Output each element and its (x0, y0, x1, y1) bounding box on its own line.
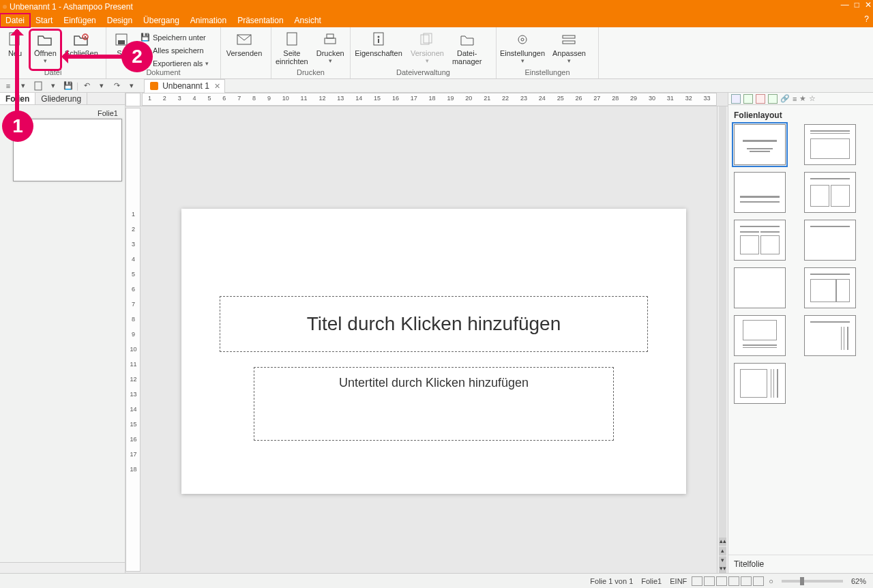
slide-canvas[interactable]: Titel durch Klicken hinzufügen Untertite… (181, 209, 686, 494)
layout-tab-icon[interactable] (731, 94, 741, 104)
maximize-icon[interactable]: □ (855, 0, 859, 10)
layout-content-caption[interactable] (804, 267, 856, 308)
gear-icon (515, 32, 530, 47)
qat-dropdown-icon[interactable]: ▾ (16, 80, 30, 92)
qat-menu-icon[interactable]: ≡ (1, 80, 15, 92)
ribbon-group-file-label: Datei (0, 68, 106, 78)
open-button[interactable]: Öffnen ▾ (30, 30, 61, 70)
quick-access-toolbar: ≡ ▾ ▾ 💾 | ↶ ▾ ↷ ▾ Unbenannt 1 ✕ (0, 79, 873, 93)
save-all-icon: 💾 (140, 46, 150, 55)
qat-redo-drop[interactable]: ▾ (125, 80, 138, 92)
save-all-button[interactable]: 💾Alles speichern (140, 44, 209, 56)
qat-redo-icon[interactable]: ↷ (110, 80, 123, 92)
layout-picture-caption[interactable] (734, 315, 786, 356)
qat-new-icon[interactable] (31, 80, 45, 92)
svg-rect-5 (287, 33, 297, 45)
current-layout-label: Titelfolie (728, 555, 873, 573)
color-tab-icon[interactable] (768, 94, 778, 104)
next-slide-icon[interactable]: ▾▾ (719, 565, 726, 573)
subtitle-placeholder[interactable]: Untertitel durch Klicken hinzufügen (254, 367, 614, 441)
close-doc-button[interactable]: Schließen (61, 30, 102, 70)
customize-button[interactable]: Anpassen ▾ (548, 30, 590, 70)
versions-button[interactable]: Versionen ▾ (406, 30, 448, 70)
settings-button[interactable]: Einstellungen ▾ (497, 30, 548, 70)
tab-folien[interactable]: Folien (0, 93, 35, 104)
ruler-corner[interactable] (125, 93, 140, 106)
menu-start[interactable]: Start (30, 14, 58, 27)
print-button[interactable]: Drucken ▾ (312, 30, 349, 70)
canvas[interactable]: Titel durch Klicken hinzufügen Untertite… (140, 106, 717, 573)
scroll-down-icon[interactable]: ▾ (719, 557, 726, 565)
page-setup-button[interactable]: Seite einrichten (271, 30, 312, 70)
horizontal-ruler[interactable]: 1234567891011121314151617181920212223242… (142, 93, 717, 106)
star-outline-icon[interactable]: ☆ (809, 94, 816, 103)
status-slide-name: Folie1 (637, 577, 666, 585)
svg-rect-10 (378, 39, 379, 43)
star-filled-icon[interactable]: ★ (799, 94, 806, 103)
title-placeholder[interactable]: Titel durch Klicken hinzufügen (220, 296, 648, 352)
layout-title-only[interactable] (804, 220, 856, 261)
menu-praesentation[interactable]: Präsentation (232, 14, 288, 27)
layout-panel-title: Folienlayout (728, 105, 873, 124)
menu-ansicht[interactable]: Ansicht (289, 14, 327, 27)
scroll-up-icon[interactable]: ▴ (719, 547, 726, 555)
vertical-ruler[interactable]: 123456789101112131415161718 (125, 108, 140, 572)
statusbar: Folie 1 von 1 Folie1 EINF ○ 62% (0, 573, 873, 588)
view-outline-icon[interactable] (716, 576, 727, 586)
help-icon[interactable]: ? (864, 14, 869, 24)
ribbon-group-print-label: Drucken (271, 68, 350, 78)
page-icon (8, 32, 22, 47)
layout-blank[interactable] (734, 267, 786, 308)
zoom-level[interactable]: 62% (847, 577, 870, 585)
close-icon[interactable]: ✕ (865, 0, 872, 10)
menubar: Datei Start Einfügen Design Übergang Ani… (0, 14, 873, 27)
qat-undo-drop[interactable]: ▾ (95, 80, 108, 92)
tab-close-icon[interactable]: ✕ (214, 82, 220, 91)
bullet-icon[interactable]: ≡ (793, 95, 797, 103)
layout-two-content[interactable] (804, 172, 856, 213)
design-tab-icon[interactable] (743, 94, 753, 104)
vertical-scrollbar[interactable]: ▴▴ ▴ ▾ ▾▾ (717, 106, 728, 573)
menu-design[interactable]: Design (102, 14, 138, 27)
link-icon[interactable]: 🔗 (780, 94, 790, 103)
qat-save-icon[interactable]: 💾 (61, 80, 75, 92)
qat-undo-icon[interactable]: ↶ (80, 80, 93, 92)
properties-button[interactable]: Eigenschaften (351, 30, 406, 70)
menu-einfuegen[interactable]: Einfügen (58, 14, 101, 27)
menu-datei[interactable]: Datei (0, 14, 30, 27)
background-tab-icon[interactable] (756, 94, 765, 104)
minimize-icon[interactable]: — (841, 0, 849, 10)
zoom-out-icon[interactable]: ○ (765, 577, 778, 585)
slide-thumbnail-1[interactable] (13, 119, 122, 181)
view-sorter-icon[interactable] (704, 576, 715, 586)
new-button[interactable]: Neu (0, 30, 30, 70)
layout-comparison[interactable] (734, 220, 786, 261)
layout-vertical-title[interactable] (734, 363, 786, 404)
file-manager-button[interactable]: Datei- manager (448, 30, 486, 70)
layout-vertical-text[interactable] (804, 315, 856, 356)
save-as-button[interactable]: 💾Speichern unter (140, 31, 209, 43)
title-placeholder-text: Titel durch Klicken hinzufügen (307, 313, 561, 335)
right-toolbar: 🔗 ≡ ★ ☆ (728, 93, 873, 105)
document-tab[interactable]: Unbenannt 1 ✕ (144, 79, 225, 93)
svg-point-9 (378, 36, 380, 38)
prev-slide-icon[interactable]: ▴▴ (719, 538, 726, 546)
customize-icon (561, 33, 576, 46)
save-button[interactable]: Sp (106, 30, 136, 70)
folder-open-icon (37, 33, 53, 46)
layout-title-content[interactable] (804, 124, 856, 165)
envelope-icon (237, 33, 252, 46)
view-notes-icon[interactable] (728, 576, 739, 586)
tab-gliederung[interactable]: Gliederung (35, 93, 87, 104)
send-button[interactable]: Versenden (221, 30, 267, 70)
view-normal-icon[interactable] (692, 576, 702, 586)
export-as-button[interactable]: ⇲Exportieren als ▾ (140, 57, 209, 69)
qat-open-icon[interactable]: ▾ (46, 80, 60, 92)
view-slideshow-icon[interactable] (753, 576, 764, 586)
layout-title-slide[interactable] (734, 124, 786, 165)
menu-uebergang[interactable]: Übergang (138, 14, 185, 27)
menu-animation[interactable]: Animation (185, 14, 232, 27)
zoom-slider[interactable] (782, 580, 843, 583)
view-reading-icon[interactable] (741, 576, 752, 586)
layout-section-header[interactable] (734, 172, 786, 213)
